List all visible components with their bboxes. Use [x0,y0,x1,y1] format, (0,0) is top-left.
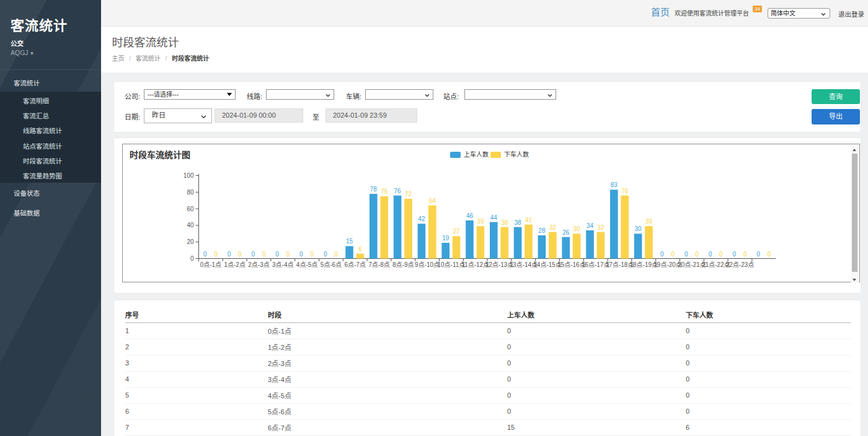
svg-text:39: 39 [477,218,484,225]
svg-text:30: 30 [635,225,642,232]
svg-text:2点-3点: 2点-3点 [248,261,269,268]
svg-text:72: 72 [405,191,412,198]
svg-text:0: 0 [671,251,675,258]
svg-text:76: 76 [621,188,629,194]
svg-text:30: 30 [574,225,581,232]
svg-text:1点-2点: 1点-2点 [224,261,245,268]
svg-text:60: 60 [187,206,194,212]
svg-text:0: 0 [324,251,327,258]
svg-text:0: 0 [252,251,255,258]
svg-text:0点-1点: 0点-1点 [200,261,221,268]
svg-text:64: 64 [429,198,436,204]
svg-text:0: 0 [190,255,194,262]
svg-text:0: 0 [286,251,290,258]
svg-text:32: 32 [549,224,557,231]
svg-text:0: 0 [275,251,279,258]
svg-text:0: 0 [311,251,314,258]
svg-text:39: 39 [645,218,653,225]
svg-text:32: 32 [597,224,604,231]
svg-text:0: 0 [756,251,760,258]
svg-text:0: 0 [733,251,737,258]
svg-text:83: 83 [611,181,618,188]
svg-text:41: 41 [525,217,533,224]
svg-text:9点-10点: 9点-10点 [415,261,440,268]
svg-text:46: 46 [466,212,474,219]
svg-text:0: 0 [299,251,303,258]
svg-text:100: 100 [184,172,194,179]
svg-text:26: 26 [562,229,570,236]
svg-text:38: 38 [501,219,508,226]
svg-text:3点-4点: 3点-4点 [272,261,293,268]
svg-text:6: 6 [358,246,362,253]
svg-text:28: 28 [538,227,546,234]
svg-text:78: 78 [370,186,378,193]
svg-text:0: 0 [228,251,231,258]
svg-text:20: 20 [187,238,194,245]
svg-text:0: 0 [719,251,723,258]
svg-text:0: 0 [743,251,747,258]
svg-text:80: 80 [187,189,194,196]
svg-text:34: 34 [587,222,594,229]
svg-text:0: 0 [684,251,688,258]
svg-text:7点-8点: 7点-8点 [368,261,389,268]
svg-text:0: 0 [709,251,712,258]
svg-text:0: 0 [660,251,664,258]
svg-text:0: 0 [262,251,266,258]
svg-text:76: 76 [394,188,402,194]
svg-text:0: 0 [238,251,242,258]
svg-text:27: 27 [453,228,461,235]
svg-text:0: 0 [334,251,338,258]
svg-text:4点-5点: 4点-5点 [296,261,317,268]
svg-text:22点-23点: 22点-23点 [726,261,755,268]
svg-text:0: 0 [203,251,207,258]
svg-text:0: 0 [214,251,218,258]
svg-text:15: 15 [346,238,353,245]
svg-text:44: 44 [490,214,498,221]
svg-text:0: 0 [695,251,699,258]
svg-text:38: 38 [515,219,522,226]
svg-text:6点-7点: 6点-7点 [344,261,365,268]
svg-text:40: 40 [187,222,194,229]
svg-text:0: 0 [768,251,771,258]
svg-text:5点-6点: 5点-6点 [321,261,342,268]
svg-text:42: 42 [418,216,425,222]
svg-text:19: 19 [442,235,450,242]
svg-text:75: 75 [381,188,388,195]
svg-text:8点-9点: 8点-9点 [392,261,414,268]
